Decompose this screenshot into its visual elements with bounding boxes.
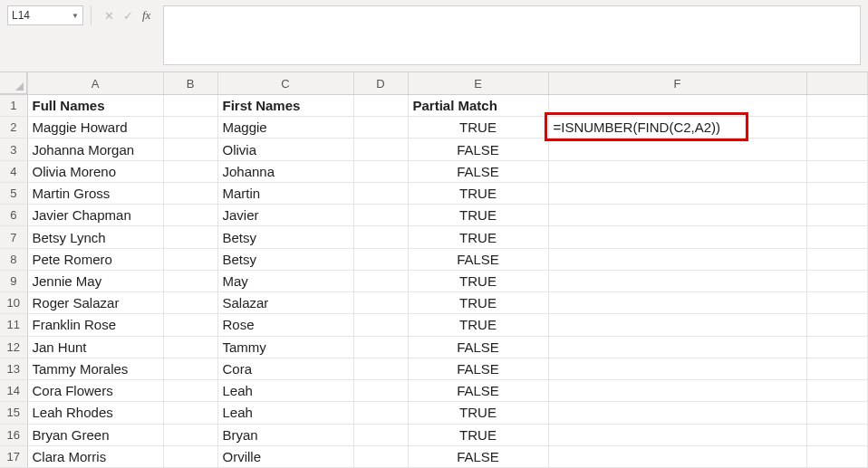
cell-D14[interactable] xyxy=(353,380,408,402)
cell-B12[interactable] xyxy=(163,336,217,358)
column-headers[interactable]: A B C D E F xyxy=(0,72,868,95)
cell-blank[interactable] xyxy=(806,160,868,182)
formula-input[interactable] xyxy=(163,5,861,65)
cell-A3[interactable]: Johanna Morgan xyxy=(27,138,163,160)
row-header[interactable]: 7 xyxy=(0,226,27,248)
cell-E10[interactable]: TRUE xyxy=(408,292,548,314)
col-header-D[interactable]: D xyxy=(353,72,408,95)
cell-B10[interactable] xyxy=(163,292,217,314)
row-header[interactable]: 1 xyxy=(0,95,27,117)
cell-E12[interactable]: FALSE xyxy=(408,336,548,358)
cell-blank[interactable] xyxy=(806,445,868,467)
cell-B9[interactable] xyxy=(163,270,217,291)
cell-C2[interactable]: Maggie xyxy=(217,117,353,138)
cell-D2[interactable] xyxy=(353,117,408,138)
cell-A15[interactable]: Leah Rhodes xyxy=(27,402,163,424)
col-header-F[interactable]: F xyxy=(548,72,806,95)
cell-C14[interactable]: Leah xyxy=(217,380,353,402)
cell-D6[interactable] xyxy=(353,205,408,226)
cell-C12[interactable]: Tammy xyxy=(217,336,353,358)
col-header-blank[interactable] xyxy=(806,72,868,95)
cell-D11[interactable] xyxy=(353,314,408,336)
cell-D7[interactable] xyxy=(353,226,408,248)
cell-F6[interactable] xyxy=(548,205,806,226)
cell-blank[interactable] xyxy=(806,248,868,270)
chevron-down-icon[interactable]: ▼ xyxy=(72,12,79,20)
cell-blank[interactable] xyxy=(806,95,868,117)
cell-B8[interactable] xyxy=(163,248,217,270)
cell-C10[interactable]: Salazar xyxy=(217,292,353,314)
cell-blank[interactable] xyxy=(806,138,868,160)
cell-blank[interactable] xyxy=(806,226,868,248)
cell-B5[interactable] xyxy=(163,182,217,204)
spreadsheet-grid[interactable]: A B C D E F 1Full NamesFirst NamesPartia… xyxy=(0,72,868,468)
cell-D8[interactable] xyxy=(353,248,408,270)
row-header[interactable]: 14 xyxy=(0,380,27,402)
cell-E7[interactable]: TRUE xyxy=(408,226,548,248)
cell-blank[interactable] xyxy=(806,205,868,226)
row-header[interactable]: 15 xyxy=(0,402,27,424)
cell-E1[interactable]: Partial Match xyxy=(408,95,548,117)
row-header[interactable]: 3 xyxy=(0,138,27,160)
cell-C4[interactable]: Johanna xyxy=(217,160,353,182)
cell-B4[interactable] xyxy=(163,160,217,182)
cell-E2[interactable]: TRUE xyxy=(408,117,548,138)
cell-C9[interactable]: May xyxy=(217,270,353,291)
cell-B3[interactable] xyxy=(163,138,217,160)
cell-B16[interactable] xyxy=(163,424,217,445)
cell-blank[interactable] xyxy=(806,336,868,358)
cell-F15[interactable] xyxy=(548,402,806,424)
col-header-C[interactable]: C xyxy=(217,72,353,95)
cell-A9[interactable]: Jennie May xyxy=(27,270,163,291)
cell-D1[interactable] xyxy=(353,95,408,117)
col-header-A[interactable]: A xyxy=(27,72,163,95)
cell-D9[interactable] xyxy=(353,270,408,291)
cell-C7[interactable]: Betsy xyxy=(217,226,353,248)
cell-E15[interactable]: TRUE xyxy=(408,402,548,424)
cell-D3[interactable] xyxy=(353,138,408,160)
cell-F2[interactable]: =ISNUMBER(FIND(C2,A2)) xyxy=(548,117,806,138)
row-header[interactable]: 8 xyxy=(0,248,27,270)
cell-F3[interactable] xyxy=(548,138,806,160)
cell-C17[interactable]: Orville xyxy=(217,445,353,467)
cell-F12[interactable] xyxy=(548,336,806,358)
cell-A1[interactable]: Full Names xyxy=(27,95,163,117)
row-header[interactable]: 12 xyxy=(0,336,27,358)
row-header[interactable]: 13 xyxy=(0,358,27,379)
cell-C11[interactable]: Rose xyxy=(217,314,353,336)
cell-blank[interactable] xyxy=(806,402,868,424)
cell-F10[interactable] xyxy=(548,292,806,314)
cell-D13[interactable] xyxy=(353,358,408,379)
cell-A14[interactable]: Cora Flowers xyxy=(27,380,163,402)
cell-E6[interactable]: TRUE xyxy=(408,205,548,226)
cell-B17[interactable] xyxy=(163,445,217,467)
row-header[interactable]: 11 xyxy=(0,314,27,336)
cell-F17[interactable] xyxy=(548,445,806,467)
cell-F13[interactable] xyxy=(548,358,806,379)
cell-A17[interactable]: Clara Morris xyxy=(27,445,163,467)
cell-D10[interactable] xyxy=(353,292,408,314)
cell-A13[interactable]: Tammy Morales xyxy=(27,358,163,379)
cell-C3[interactable]: Olivia xyxy=(217,138,353,160)
cell-C1[interactable]: First Names xyxy=(217,95,353,117)
cell-B11[interactable] xyxy=(163,314,217,336)
cell-blank[interactable] xyxy=(806,424,868,445)
cell-E8[interactable]: FALSE xyxy=(408,248,548,270)
row-header[interactable]: 17 xyxy=(0,445,27,467)
cell-B7[interactable] xyxy=(163,226,217,248)
cell-D4[interactable] xyxy=(353,160,408,182)
cell-A10[interactable]: Roger Salazar xyxy=(27,292,163,314)
cell-D15[interactable] xyxy=(353,402,408,424)
cell-C16[interactable]: Bryan xyxy=(217,424,353,445)
cell-blank[interactable] xyxy=(806,292,868,314)
cell-E14[interactable]: FALSE xyxy=(408,380,548,402)
cell-F4[interactable] xyxy=(548,160,806,182)
col-header-B[interactable]: B xyxy=(163,72,217,95)
cell-blank[interactable] xyxy=(806,380,868,402)
cell-B2[interactable] xyxy=(163,117,217,138)
cell-E13[interactable]: FALSE xyxy=(408,358,548,379)
cell-A12[interactable]: Jan Hunt xyxy=(27,336,163,358)
cell-F8[interactable] xyxy=(548,248,806,270)
cell-A4[interactable]: Olivia Moreno xyxy=(27,160,163,182)
cell-B13[interactable] xyxy=(163,358,217,379)
